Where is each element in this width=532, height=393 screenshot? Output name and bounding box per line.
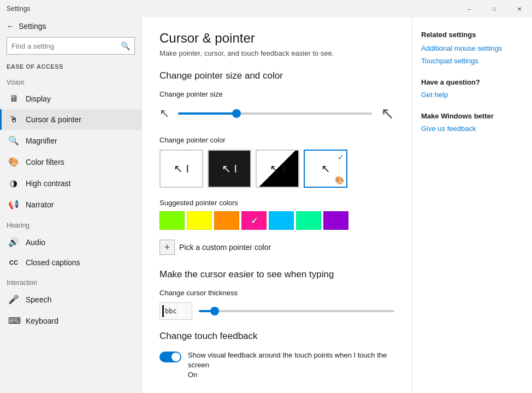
color-option-white[interactable]: ↖ I [159, 150, 203, 188]
touch-feedback-status: On [188, 370, 394, 380]
sidebar-item-keyboard[interactable]: ⌨ Keyboard [0, 310, 141, 331]
suggested-label: Suggested pointer colors [159, 199, 394, 207]
pointer-size-fill [178, 112, 237, 115]
maximize-button[interactable]: □ [482, 0, 507, 17]
pointer-size-track[interactable] [178, 112, 372, 115]
cursor-icon: 🖱 [8, 115, 19, 124]
color-swatches [159, 211, 394, 230]
pointer-size-thumb[interactable] [232, 109, 241, 118]
additional-mouse-settings-link[interactable]: Additional mouse settings [421, 44, 523, 52]
sidebar-item-label-cursor: Cursor & pointer [26, 115, 81, 124]
section2-title: Make the cursor easier to see when typin… [159, 269, 394, 280]
section3-title: Change touch feedback [159, 331, 394, 342]
cursor-thickness-track[interactable] [199, 310, 394, 312]
sidebar-item-label-speech: Speech [26, 295, 51, 304]
swatch-cyan[interactable] [269, 211, 294, 230]
black-cursor-icon: ↖ I [222, 162, 237, 175]
right-panel: Related settings Additional mouse settin… [412, 17, 532, 393]
swatch-purple[interactable] [323, 211, 348, 230]
color-option-inverted[interactable]: ↖ I [256, 150, 299, 188]
cursor-preview-text: bbc [165, 307, 177, 315]
page-subtitle: Make pointer, cursor, and touch feedback… [159, 49, 394, 57]
feedback-section: Make Windows better Give us feedback [421, 112, 523, 133]
pointer-size-slider-container: ↖ ↖ [159, 104, 394, 123]
sidebar-item-label-high-contrast: High contrast [26, 179, 70, 188]
color-filters-icon: 🎨 [8, 157, 19, 167]
sidebar-item-closed-captions[interactable]: CC Closed captions [0, 253, 141, 272]
sidebar-item-label-color-filters: Color filters [26, 158, 64, 166]
sidebar-item-label-keyboard: Keyboard [26, 317, 58, 325]
sidebar-item-magnifier[interactable]: 🔍 Magnifier [0, 130, 141, 151]
cursor-thickness-label: Change cursor thickness [159, 289, 394, 297]
sidebar-item-speech[interactable]: 🎤 Speech [0, 289, 141, 310]
sidebar-item-audio[interactable]: 🔊 Audio [0, 231, 141, 253]
custom-color-button[interactable]: + Pick a custom pointer color [159, 236, 271, 258]
pointer-size-label: Change pointer size [159, 90, 394, 98]
cursor-small-icon: ↖ [159, 106, 169, 121]
touch-feedback-toggle[interactable] [159, 352, 181, 362]
white-cursor-icon: ↖ I [174, 162, 189, 175]
main-content: Cursor & pointer Make pointer, cursor, a… [142, 17, 412, 393]
give-feedback-link[interactable]: Give us feedback [421, 124, 523, 133]
feedback-title: Make Windows better [421, 112, 523, 120]
touch-feedback-desc: Show visual feedback around the touch po… [188, 350, 394, 370]
minimize-button[interactable]: – [457, 0, 482, 17]
sidebar-item-cursor[interactable]: 🖱 Cursor & pointer [0, 109, 141, 130]
sidebar-item-high-contrast[interactable]: ◑ High contrast [0, 172, 141, 194]
title-bar-title: Settings [7, 5, 30, 13]
narrator-icon: 📢 [8, 199, 19, 210]
cursor-thickness-thumb[interactable] [210, 307, 219, 315]
sidebar-category-label: Ease of Access [0, 59, 141, 72]
title-bar-controls: – □ ✕ [457, 0, 532, 17]
sidebar-item-label-audio: Audio [26, 238, 45, 247]
back-button[interactable]: ← Settings [0, 17, 141, 35]
page-title: Cursor & pointer [159, 31, 394, 46]
close-button[interactable]: ✕ [507, 0, 532, 17]
custom-color-label: Pick a custom pointer color [179, 243, 271, 252]
touch-feedback-row: Show visual feedback around the touch po… [159, 350, 394, 380]
cursor-thickness-container: bbc [159, 302, 394, 320]
speech-icon: 🎤 [8, 294, 19, 305]
sidebar-item-label-magnifier: Magnifier [26, 136, 57, 145]
hearing-section-label: Hearing [0, 215, 141, 231]
get-help-link[interactable]: Get help [421, 91, 523, 99]
plus-icon: + [159, 240, 175, 255]
sidebar-item-label-display: Display [26, 94, 51, 103]
color-option-black[interactable]: ↖ I [208, 150, 251, 188]
display-icon: 🖥 [8, 94, 19, 104]
question-title: Have a question? [421, 78, 523, 86]
cursor-large-icon: ↖ [381, 104, 394, 123]
swatch-yellow[interactable] [187, 211, 212, 230]
selected-check-icon: ✓ [338, 153, 344, 184]
touchpad-settings-link[interactable]: Touchpad settings [421, 57, 523, 65]
search-input[interactable] [11, 42, 117, 50]
cursor-bar [162, 305, 164, 317]
title-bar: Settings – □ ✕ [0, 0, 532, 17]
sidebar-item-label-narrator: Narrator [26, 200, 54, 209]
swatch-chartreuse[interactable] [159, 211, 185, 230]
interaction-section-label: Interaction [0, 272, 141, 289]
custom-cursor-icon: ↖ [321, 162, 330, 175]
swatch-orange[interactable] [214, 211, 239, 230]
closed-captions-icon: CC [8, 259, 19, 266]
app-container: ← Settings 🔍 Ease of Access Vision 🖥 Dis… [0, 17, 532, 393]
search-box[interactable]: 🔍 [7, 37, 135, 55]
sidebar: ← Settings 🔍 Ease of Access Vision 🖥 Dis… [0, 17, 142, 393]
back-label: Settings [19, 22, 46, 31]
inverted-cursor-icon: ↖ I [270, 162, 285, 175]
search-icon: 🔍 [121, 41, 130, 50]
toggle-knob [172, 353, 180, 361]
magnifier-icon: 🔍 [8, 135, 19, 146]
audio-icon: 🔊 [8, 237, 19, 247]
question-section: Have a question? Get help [421, 78, 523, 99]
sidebar-item-color-filters[interactable]: 🎨 Color filters [0, 151, 141, 172]
swatch-green[interactable] [296, 211, 321, 230]
color-options: ↖ I ↖ I ↖ I ↖ 🎨 ✓ [159, 150, 394, 188]
related-settings-title: Related settings [421, 31, 523, 39]
back-icon: ← [7, 22, 14, 31]
swatch-pink[interactable] [241, 211, 267, 230]
color-option-custom[interactable]: ↖ 🎨 ✓ [304, 150, 347, 188]
sidebar-item-narrator[interactable]: 📢 Narrator [0, 194, 141, 215]
sidebar-item-display[interactable]: 🖥 Display [0, 88, 141, 109]
section1-title: Change pointer size and color [159, 70, 394, 81]
